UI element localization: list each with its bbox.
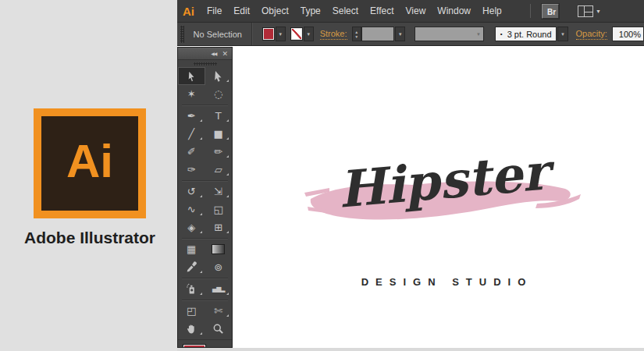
opacity-value: 100% xyxy=(619,30,641,39)
fill-color-swatch[interactable] xyxy=(262,27,275,41)
shape-builder-tool[interactable]: ◈ xyxy=(178,218,205,236)
menu-window[interactable]: Window xyxy=(437,5,471,16)
blob-brush-icon: ✑ xyxy=(187,165,196,175)
eraser-tool[interactable]: ▱ xyxy=(205,161,233,179)
close-panel-icon[interactable]: ✕ xyxy=(222,50,228,58)
bridge-button[interactable]: Br xyxy=(542,4,559,19)
eyedropper-icon xyxy=(186,261,197,273)
shape-builder-icon: ◈ xyxy=(187,222,195,232)
lasso-icon: ◌ xyxy=(214,89,222,99)
pen-tool[interactable]: ✒ xyxy=(178,107,205,125)
workspace-content: Hipster DESIGN STUDIO ◀◀ ✕ ✶◌✒T╱■✐✏✑▱↺⇲∿… xyxy=(177,46,644,348)
panel-grip[interactable] xyxy=(178,60,232,67)
workspace-switcher[interactable]: ▼ xyxy=(578,5,601,17)
rotate-tool[interactable]: ↺ xyxy=(178,183,205,200)
scale-icon: ⇲ xyxy=(214,186,222,197)
type-tool[interactable]: T xyxy=(205,107,233,125)
selection-icon xyxy=(186,70,197,83)
pencil-icon: ✏ xyxy=(214,147,222,157)
chevron-down-icon: ▼ xyxy=(476,32,481,37)
menu-view[interactable]: View xyxy=(406,5,426,16)
menu-edit[interactable]: Edit xyxy=(233,5,250,16)
app-name-caption: Adobe Illustrator xyxy=(2,229,177,247)
opacity-field[interactable]: 100% xyxy=(612,27,644,41)
line-segment-tool[interactable]: ╱ xyxy=(178,125,205,143)
gradient-tool[interactable] xyxy=(205,240,233,258)
color-wells: ↩ xyxy=(178,339,232,348)
column-graph-tool[interactable]: ▄▆▂ xyxy=(205,280,233,298)
perspective-grid-icon: ⊞ xyxy=(214,222,222,232)
paintbrush-tool[interactable]: ✐ xyxy=(178,143,205,161)
direct-selection-tool[interactable] xyxy=(205,67,233,85)
stroke-color-dropdown[interactable]: ▼ xyxy=(304,27,314,41)
selection-tool[interactable] xyxy=(178,67,205,85)
stroke-color-swatch[interactable] xyxy=(290,27,303,41)
menu-items: FileEditObjectTypeSelectEffectViewWindow… xyxy=(207,5,502,16)
hipster-subtitle: DESIGN STUDIO xyxy=(299,276,588,288)
menu-effect[interactable]: Effect xyxy=(370,5,393,16)
stroke-label[interactable]: Stroke: xyxy=(320,29,347,40)
fill-color-dropdown[interactable]: ▼ xyxy=(276,27,286,41)
scale-tool[interactable]: ⇲ xyxy=(205,183,233,200)
line-icon: ╱ xyxy=(188,129,194,139)
column-graph-icon: ▄▆▂ xyxy=(212,286,224,292)
rectangle-tool[interactable]: ■ xyxy=(205,125,233,143)
gradient-icon xyxy=(212,244,225,254)
menu-object[interactable]: Object xyxy=(262,5,289,16)
menu-select[interactable]: Select xyxy=(333,5,358,16)
pencil-tool[interactable]: ✏ xyxy=(205,143,233,161)
hand-icon xyxy=(186,323,197,335)
collapse-panel-icon[interactable]: ◀◀ xyxy=(211,51,216,56)
free-transform-tool[interactable]: ◱ xyxy=(205,200,233,218)
paintbrush-icon: ✐ xyxy=(187,147,196,157)
eyedropper-tool[interactable] xyxy=(178,258,205,276)
magic-wand-icon: ✶ xyxy=(187,89,196,99)
blend-tool[interactable]: ⊚ xyxy=(205,258,233,276)
stroke-weight-stepper[interactable]: ▲ ▼ xyxy=(352,27,361,41)
illustrator-window: Ai FileEditObjectTypeSelectEffectViewWin… xyxy=(177,0,644,351)
control-bar: No Selection ▼ ▼ Stroke: ▲ ▼ ▼ ▼ • 3 pt.… xyxy=(177,22,644,46)
grip-dots xyxy=(194,62,217,66)
blob-brush-tool[interactable]: ✑ xyxy=(178,161,205,179)
perspective-grid-tool[interactable]: ⊞ xyxy=(205,218,233,236)
zoom-icon xyxy=(212,323,224,335)
mesh-tool[interactable]: ▦ xyxy=(178,240,205,258)
width-tool[interactable]: ∿ xyxy=(178,200,205,218)
app-showcase-panel: Ai Adobe Illustrator xyxy=(0,0,177,351)
brush-definition-dropdown[interactable]: ▼ xyxy=(557,27,568,41)
menu-file[interactable]: File xyxy=(207,5,222,16)
stroke-weight-dropdown[interactable]: ▼ xyxy=(395,27,405,41)
hipster-logo-artwork: Hipster DESIGN STUDIO xyxy=(299,151,588,296)
illustrator-app-logo: Ai xyxy=(34,108,146,218)
brush-definition-field[interactable]: • 3 pt. Round xyxy=(495,27,557,41)
width-profile-dropdown[interactable]: ▼ xyxy=(415,27,484,41)
rectangle-icon: ■ xyxy=(214,129,223,139)
slice-icon: ✄ xyxy=(214,306,222,316)
magic-wand-tool[interactable]: ✶ xyxy=(178,85,205,103)
window-bottom-edge xyxy=(177,348,644,351)
opacity-label[interactable]: Opacity: xyxy=(576,29,607,40)
blend-icon: ⊚ xyxy=(214,262,222,272)
zoom-tool[interactable] xyxy=(205,320,233,338)
artboard-tool[interactable]: ◰ xyxy=(178,302,205,320)
slice-tool[interactable]: ✄ xyxy=(205,302,233,320)
workspace-layout-icon xyxy=(578,5,593,17)
artboard-icon: ◰ xyxy=(187,306,196,316)
type-icon: T xyxy=(215,111,222,121)
tools-panel-header: ◀◀ ✕ xyxy=(178,48,232,60)
control-bar-grip[interactable] xyxy=(180,26,184,43)
tools-panel: ◀◀ ✕ ✶◌✒T╱■✐✏✑▱↺⇲∿◱◈⊞▦⊚▄▆▂◰✄ ↩ xyxy=(177,47,233,348)
illustrator-logo-text: Ai xyxy=(66,138,113,185)
menu-type[interactable]: Type xyxy=(301,5,321,16)
brush-preview-dot: • xyxy=(500,30,503,37)
rotate-icon: ↺ xyxy=(187,186,196,197)
free-transform-icon: ◱ xyxy=(214,204,223,214)
mesh-icon: ▦ xyxy=(187,244,196,254)
canvas: Hipster DESIGN STUDIO xyxy=(233,46,644,348)
lasso-tool[interactable]: ◌ xyxy=(205,85,233,103)
menu-help[interactable]: Help xyxy=(482,5,502,16)
hand-tool[interactable] xyxy=(178,320,205,338)
symbol-sprayer-tool[interactable] xyxy=(178,280,205,298)
stroke-weight-field[interactable] xyxy=(361,27,395,41)
stepper-down-icon[interactable]: ▼ xyxy=(354,34,358,39)
